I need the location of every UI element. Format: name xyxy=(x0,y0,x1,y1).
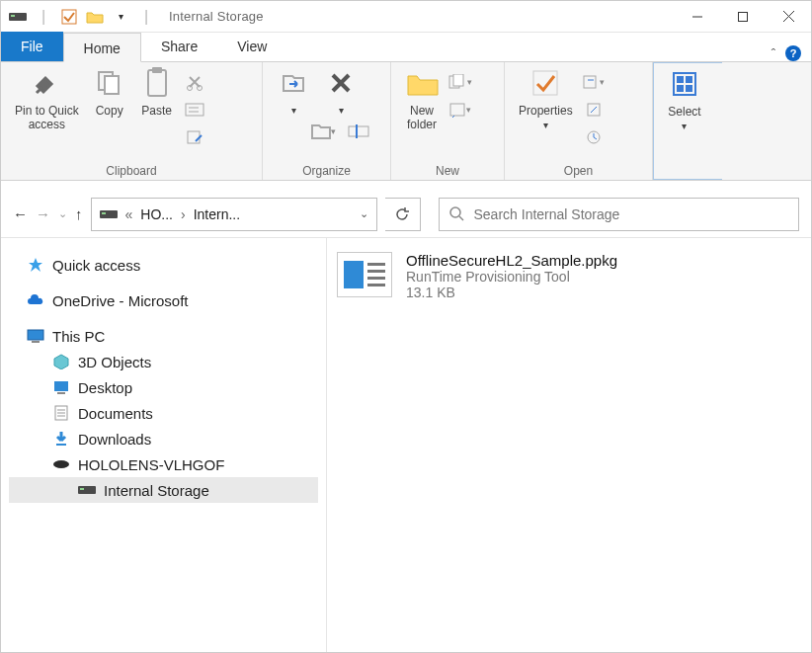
open-icon[interactable]: ▾ xyxy=(581,70,607,94)
folder-qat-icon[interactable] xyxy=(84,6,106,28)
this-pc-icon xyxy=(27,327,44,345)
internal-storage-icon xyxy=(78,481,96,499)
cut-icon[interactable] xyxy=(182,70,207,94)
paste-shortcut-icon[interactable] xyxy=(182,125,207,149)
svg-rect-10 xyxy=(152,67,162,73)
help-icon[interactable]: ? xyxy=(785,45,801,61)
tree-internal-storage[interactable]: Internal Storage xyxy=(9,477,318,503)
hololens-icon xyxy=(52,455,70,473)
file-thumbnail-icon xyxy=(337,252,392,297)
recent-locations-button[interactable]: ⌄ xyxy=(58,207,67,220)
up-button[interactable]: ↑ xyxy=(75,205,83,222)
address-bar[interactable]: « HO... › Intern... ⌄ xyxy=(91,198,377,231)
quick-access-icon xyxy=(27,256,44,274)
desktop-icon xyxy=(52,378,70,396)
qat-separator: | xyxy=(33,6,54,28)
copy-icon xyxy=(93,66,126,100)
pin-icon xyxy=(30,66,63,100)
svg-rect-39 xyxy=(32,341,40,343)
svg-rect-41 xyxy=(57,392,65,394)
explorer-body: Quick access OneDrive - Microsoft This P… xyxy=(1,238,811,653)
ribbon-group-clipboard: Pin to Quick access Copy Paste Clipboard xyxy=(1,62,263,180)
tree-quick-access[interactable]: Quick access xyxy=(9,252,318,278)
svg-rect-32 xyxy=(677,85,684,92)
file-name: OfflineSecureHL2_Sample.ppkg xyxy=(406,252,617,269)
ribbon-group-label-open: Open xyxy=(513,162,644,178)
move-to-button[interactable]: ▾ xyxy=(271,66,316,118)
qat-customize-icon[interactable]: ▾ xyxy=(110,6,131,28)
window-title: Internal Storage xyxy=(163,9,264,24)
copy-button[interactable]: Copy xyxy=(87,66,132,118)
select-button[interactable]: Select▾ xyxy=(662,67,707,133)
minimize-button[interactable] xyxy=(675,1,720,33)
svg-rect-8 xyxy=(105,76,119,94)
breadcrumb-current[interactable]: Intern... xyxy=(194,206,240,222)
tree-hololens[interactable]: HOLOLENS-VLHGOF xyxy=(9,451,318,477)
svg-rect-49 xyxy=(80,488,84,490)
back-button[interactable]: ← xyxy=(13,205,28,222)
history-icon[interactable] xyxy=(581,125,607,149)
tree-3d-objects[interactable]: 3D Objects xyxy=(9,349,318,374)
tree-desktop[interactable]: Desktop xyxy=(9,374,318,400)
new-item-icon[interactable]: ▾ xyxy=(447,70,472,94)
properties-icon xyxy=(528,66,562,100)
properties-button[interactable]: Properties▾ xyxy=(513,66,579,132)
address-dropdown-icon[interactable]: ⌄ xyxy=(360,207,368,220)
ribbon-home: Pin to Quick access Copy Paste Clipboard xyxy=(1,62,811,181)
address-drive-icon xyxy=(100,208,118,220)
properties-check-icon[interactable] xyxy=(58,6,80,28)
new-folder-button[interactable]: New folder xyxy=(399,66,445,131)
search-box[interactable] xyxy=(439,198,800,231)
quick-access-toolbar: | ▾ | xyxy=(1,6,163,28)
tree-onedrive[interactable]: OneDrive - Microsoft xyxy=(9,287,318,313)
onedrive-icon xyxy=(27,291,44,309)
tree-downloads[interactable]: Downloads xyxy=(9,426,318,451)
pin-to-quick-access-button[interactable]: Pin to Quick access xyxy=(9,66,85,131)
svg-rect-9 xyxy=(148,70,166,96)
svg-rect-19 xyxy=(349,126,368,136)
ribbon-group-open: Properties▾ ▾ Open xyxy=(505,62,653,180)
easy-access-icon[interactable]: ▾ xyxy=(447,98,472,122)
paste-icon xyxy=(140,66,174,100)
search-icon xyxy=(449,206,464,221)
tab-home[interactable]: Home xyxy=(63,33,141,62)
breadcrumb-root[interactable]: HO... xyxy=(140,206,173,222)
navigation-bar: ← → ⌄ ↑ « HO... › Intern... ⌄ xyxy=(1,191,811,238)
maximize-button[interactable] xyxy=(720,1,766,33)
select-icon xyxy=(668,67,701,101)
svg-rect-38 xyxy=(28,330,43,340)
copy-to-icon[interactable]: ▾ xyxy=(310,120,336,143)
file-type: RunTime Provisioning Tool xyxy=(406,269,617,285)
tree-this-pc[interactable]: This PC xyxy=(9,323,318,349)
tab-file[interactable]: File xyxy=(1,32,63,61)
collapse-ribbon-icon[interactable]: ˆ xyxy=(771,46,775,61)
titlebar: | ▾ | Internal Storage xyxy=(1,1,811,33)
tree-documents[interactable]: Documents xyxy=(9,400,318,426)
breadcrumb-separator: › xyxy=(181,206,186,222)
delete-button[interactable]: ▾ xyxy=(318,66,364,118)
close-button[interactable] xyxy=(766,1,811,33)
edit-icon[interactable] xyxy=(581,98,607,122)
svg-rect-4 xyxy=(739,12,748,21)
forward-button[interactable]: → xyxy=(36,205,50,222)
svg-point-47 xyxy=(53,460,69,468)
rename-icon[interactable] xyxy=(346,120,371,143)
paste-button[interactable]: Paste xyxy=(134,66,180,118)
delete-icon xyxy=(324,66,358,100)
search-input[interactable] xyxy=(474,206,789,222)
file-item[interactable]: OfflineSecureHL2_Sample.ppkg RunTime Pro… xyxy=(337,252,801,300)
svg-rect-30 xyxy=(677,76,684,83)
svg-rect-24 xyxy=(533,71,557,95)
ribbon-group-organize: ▾ ▾ ▾ Organize xyxy=(263,62,391,180)
file-size: 13.1 KB xyxy=(406,285,617,300)
tab-share[interactable]: Share xyxy=(141,32,217,61)
refresh-button[interactable] xyxy=(385,198,421,231)
objects-3d-icon xyxy=(52,353,70,370)
tab-view[interactable]: View xyxy=(217,32,286,61)
breadcrumb-prefix: « xyxy=(125,206,133,222)
navigation-pane: Quick access OneDrive - Microsoft This P… xyxy=(1,238,327,653)
copy-path-icon[interactable] xyxy=(182,98,207,122)
svg-point-36 xyxy=(450,207,460,217)
svg-rect-16 xyxy=(188,131,200,143)
svg-line-37 xyxy=(459,216,463,220)
